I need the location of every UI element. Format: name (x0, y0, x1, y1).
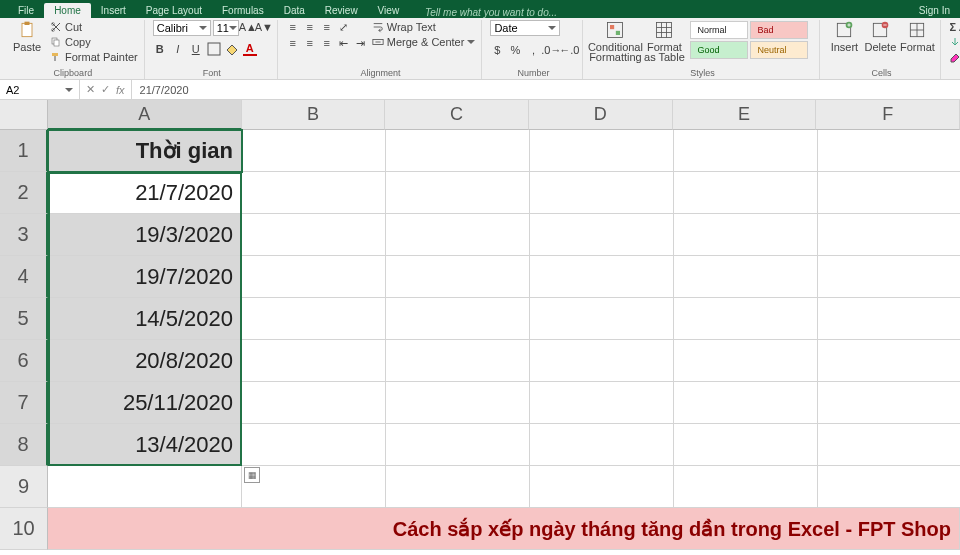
cell-d8[interactable] (530, 424, 674, 466)
cell-b8[interactable] (242, 424, 386, 466)
comma-button[interactable]: , (526, 43, 540, 57)
cell-e6[interactable] (674, 340, 818, 382)
cell-b1[interactable] (242, 130, 386, 172)
cell-e8[interactable] (674, 424, 818, 466)
cell-c1[interactable] (386, 130, 530, 172)
tab-formulas[interactable]: Formulas (212, 3, 274, 18)
borders-button[interactable] (207, 42, 221, 56)
sign-in[interactable]: Sign In (909, 3, 960, 18)
cell-c3[interactable] (386, 214, 530, 256)
row-header-10[interactable]: 10 (0, 508, 48, 550)
cell-f8[interactable] (818, 424, 960, 466)
indent-inc-button[interactable]: ⇥ (354, 36, 368, 50)
cell-a8[interactable]: 13/4/2020 (48, 424, 242, 466)
paste-button[interactable]: Paste (8, 20, 46, 52)
wrap-text-button[interactable]: Wrap Text (372, 20, 476, 34)
row-header-4[interactable]: 4 (0, 256, 48, 298)
tell-me[interactable]: Tell me what you want to do... (409, 7, 909, 18)
tab-home[interactable]: Home (44, 3, 91, 18)
cell-b7[interactable] (242, 382, 386, 424)
col-header-d[interactable]: D (529, 100, 673, 130)
select-all-corner[interactable] (0, 100, 48, 130)
italic-button[interactable]: I (171, 42, 185, 56)
format-cells-button[interactable]: Format (900, 20, 934, 52)
quick-analysis-button[interactable]: ▦ (244, 467, 260, 483)
cell-c7[interactable] (386, 382, 530, 424)
col-header-f[interactable]: F (816, 100, 960, 130)
insert-cells-button[interactable]: Insert (828, 20, 860, 52)
row-header-2[interactable]: 2 (0, 172, 48, 214)
font-name-dropdown[interactable]: Calibri (153, 20, 211, 36)
cell-d4[interactable] (530, 256, 674, 298)
autosum-button[interactable]: ΣAutoSum (949, 20, 960, 34)
indent-dec-button[interactable]: ⇤ (337, 36, 351, 50)
currency-button[interactable]: $ (490, 43, 504, 57)
cell-c2[interactable] (386, 172, 530, 214)
align-bottom-button[interactable]: ≡ (320, 20, 334, 34)
cell-e5[interactable] (674, 298, 818, 340)
cell-banner[interactable]: Cách sắp xếp ngày tháng tăng dần trong E… (48, 508, 960, 550)
col-header-a[interactable]: A (48, 100, 242, 130)
cell-f5[interactable] (818, 298, 960, 340)
align-top-button[interactable]: ≡ (286, 20, 300, 34)
cell-e4[interactable] (674, 256, 818, 298)
align-center-button[interactable]: ≡ (303, 36, 317, 50)
tab-review[interactable]: Review (315, 3, 368, 18)
cut-button[interactable]: Cut (50, 20, 138, 34)
font-color-button[interactable]: A (243, 42, 257, 56)
cell-f1[interactable] (818, 130, 960, 172)
cell-c5[interactable] (386, 298, 530, 340)
cell-e2[interactable] (674, 172, 818, 214)
cell-a5[interactable]: 14/5/2020 (48, 298, 242, 340)
cell-b6[interactable] (242, 340, 386, 382)
name-box[interactable]: A2 (0, 80, 80, 99)
cell-d6[interactable] (530, 340, 674, 382)
delete-cells-button[interactable]: Delete (864, 20, 896, 52)
cell-b4[interactable] (242, 256, 386, 298)
cell-d9[interactable] (530, 466, 674, 508)
format-painter-button[interactable]: Format Painter (50, 50, 138, 64)
cell-d7[interactable] (530, 382, 674, 424)
copy-button[interactable]: Copy (50, 35, 138, 49)
cell-b5[interactable] (242, 298, 386, 340)
cell-c9[interactable] (386, 466, 530, 508)
cell-b9[interactable] (242, 466, 386, 508)
row-header-8[interactable]: 8 (0, 424, 48, 466)
bold-button[interactable]: B (153, 42, 167, 56)
fx-icon[interactable]: fx (116, 84, 125, 96)
clear-button[interactable]: Clear (949, 50, 960, 64)
cell-f4[interactable] (818, 256, 960, 298)
cell-a6[interactable]: 20/8/2020 (48, 340, 242, 382)
row-header-9[interactable]: 9 (0, 466, 48, 508)
cell-a3[interactable]: 19/3/2020 (48, 214, 242, 256)
row-header-6[interactable]: 6 (0, 340, 48, 382)
dec-decimal-button[interactable]: ←.0 (562, 43, 576, 57)
cell-a7[interactable]: 25/11/2020 (48, 382, 242, 424)
underline-button[interactable]: U (189, 42, 203, 56)
font-size-dropdown[interactable]: 11 (213, 20, 239, 36)
cell-b2[interactable] (242, 172, 386, 214)
row-header-7[interactable]: 7 (0, 382, 48, 424)
cell-f9[interactable] (818, 466, 960, 508)
tab-insert[interactable]: Insert (91, 3, 136, 18)
cell-d2[interactable] (530, 172, 674, 214)
fill-button[interactable]: Fill (949, 35, 960, 49)
style-good[interactable]: Good (690, 41, 748, 59)
col-header-c[interactable]: C (385, 100, 529, 130)
col-header-e[interactable]: E (673, 100, 817, 130)
cell-f3[interactable] (818, 214, 960, 256)
cell-d5[interactable] (530, 298, 674, 340)
cell-e7[interactable] (674, 382, 818, 424)
align-right-button[interactable]: ≡ (320, 36, 334, 50)
align-middle-button[interactable]: ≡ (303, 20, 317, 34)
style-bad[interactable]: Bad (750, 21, 808, 39)
orientation-button[interactable]: ⤢ (337, 20, 351, 34)
cell-c4[interactable] (386, 256, 530, 298)
tab-file[interactable]: File (8, 3, 44, 18)
row-header-1[interactable]: 1 (0, 130, 48, 172)
shrink-font-button[interactable]: A▼ (257, 20, 271, 34)
style-normal[interactable]: Normal (690, 21, 748, 39)
tab-pagelayout[interactable]: Page Layout (136, 3, 212, 18)
formula-input[interactable]: 21/7/2020 (132, 80, 960, 99)
cell-c8[interactable] (386, 424, 530, 466)
